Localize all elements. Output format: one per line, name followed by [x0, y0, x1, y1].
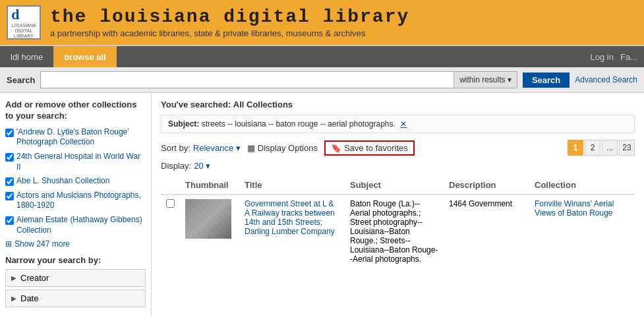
- site-header: d LOUISIANADIGITALLIBRARY the louisiana …: [0, 0, 644, 46]
- nav-extra: Fa...: [620, 52, 637, 62]
- facet-date-label: Date: [20, 293, 38, 303]
- site-subtitle: a partnership with academic libraries, s…: [50, 28, 409, 38]
- collection-checkbox-3[interactable]: [5, 192, 14, 200]
- facet-creator[interactable]: ▶ Creator: [5, 269, 146, 287]
- collection-label-4[interactable]: Aleman Estate (Hathaway Gibbens) Collect…: [16, 215, 146, 235]
- col-header-subject: Subject: [345, 176, 444, 195]
- show-more-button[interactable]: ⊞ Show 247 more: [5, 239, 146, 249]
- list-item: Aleman Estate (Hathaway Gibbens) Collect…: [5, 215, 146, 235]
- result-checkbox[interactable]: [166, 199, 175, 208]
- collection-checkbox-0[interactable]: [5, 129, 14, 137]
- result-title-cell: Government Street at L & A Railway track…: [239, 195, 345, 268]
- list-item: Abe L. Shushan Collection: [5, 176, 146, 187]
- active-filter: Subject: streets -- louisiana -- baton r…: [161, 115, 635, 133]
- nav-login[interactable]: Log in: [591, 52, 614, 62]
- result-description-cell: 1464 Government: [444, 195, 529, 268]
- page-button-2[interactable]: 2: [585, 140, 600, 156]
- result-collection-cell: Fonville Winans' Aerial Views of Baton R…: [529, 195, 635, 268]
- table-row: Government Street at L & A Railway track…: [161, 195, 635, 268]
- page-button-1[interactable]: 1: [568, 140, 583, 156]
- collection-checkbox-2[interactable]: [5, 177, 14, 186]
- toolbar: Sort by: Relevance ▾ ▦ Display Options 🔖…: [161, 140, 635, 156]
- page-button-ellipsis: ...: [602, 140, 618, 156]
- grid-icon: ▦: [247, 143, 255, 153]
- display-count-selector[interactable]: 20 ▾: [194, 161, 210, 171]
- facet-date[interactable]: ▶ Date: [5, 289, 146, 307]
- sidebar-collections-title: Add or remove other collectionsto your s…: [5, 100, 146, 122]
- header-text: the louisiana digital library a partners…: [50, 7, 409, 38]
- plus-icon: ⊞: [5, 239, 12, 249]
- result-collection-link[interactable]: Fonville Winans' Aerial Views of Baton R…: [535, 199, 614, 218]
- search-summary: You've searched: All Collections: [161, 100, 635, 109]
- search-button[interactable]: Search: [523, 73, 570, 88]
- result-subject-cell: Baton Rouge (La.)--Aerial photographs.; …: [345, 195, 444, 268]
- list-item: 24th General Hospital in World War II: [5, 152, 146, 172]
- nav-ldl-home[interactable]: ldl home: [0, 46, 53, 67]
- collection-checkbox-1[interactable]: [5, 153, 14, 162]
- col-header-description: Description: [444, 176, 529, 195]
- pagination: 1 2 ... 23: [568, 140, 635, 156]
- content-area: You've searched: All Collections Subject…: [152, 93, 644, 316]
- col-header-collection: Collection: [529, 176, 635, 195]
- collection-checkbox-4[interactable]: [5, 216, 14, 225]
- navbar: ldl home browse all Log in Fa...: [0, 46, 644, 67]
- main-layout: Add or remove other collectionsto your s…: [0, 93, 644, 316]
- chevron-right-icon: ▶: [11, 295, 16, 302]
- col-header-thumbnail: Thumbnail: [180, 176, 239, 195]
- collection-label-0[interactable]: 'Andrew D. Lytle's Baton Rouge' Photogra…: [16, 127, 146, 148]
- facet-creator-label: Creator: [20, 273, 49, 283]
- display-options-button[interactable]: ▦ Display Options: [247, 143, 318, 153]
- page-button-23[interactable]: 23: [619, 140, 635, 156]
- site-logo[interactable]: d LOUISIANADIGITALLIBRARY: [7, 5, 41, 40]
- result-description: 1464 Government: [449, 199, 512, 208]
- result-thumbnail[interactable]: [185, 199, 231, 239]
- result-title-link[interactable]: Government Street at L & A Railway track…: [245, 199, 335, 236]
- filter-value: streets -- louisiana -- baton rouge -- a…: [202, 119, 395, 129]
- list-item: 'Andrew D. Lytle's Baton Rouge' Photogra…: [5, 127, 146, 148]
- advanced-search-link[interactable]: Advanced Search: [575, 75, 637, 84]
- result-subject: Baton Rouge (La.)--Aerial photographs.; …: [350, 199, 438, 264]
- sidebar: Add or remove other collectionsto your s…: [0, 93, 152, 316]
- search-input[interactable]: [41, 72, 454, 88]
- col-header-title: Title: [239, 176, 345, 195]
- within-results-button[interactable]: within results ▾: [454, 72, 517, 88]
- collection-name: All Collections: [233, 100, 293, 109]
- display-count: Display: 20 ▾: [161, 161, 635, 171]
- bookmark-icon: 🔖: [331, 143, 341, 153]
- list-item: Actors and Musicians Photographs, 1880-1…: [5, 191, 146, 211]
- results-table: Thumbnail Title Subject Description Coll…: [161, 176, 635, 268]
- remove-filter-button[interactable]: ✕: [400, 119, 407, 129]
- search-input-wrap: within results ▾: [40, 71, 517, 88]
- sort-by: Sort by: Relevance ▾: [161, 143, 241, 153]
- nav-right: Log in Fa...: [591, 52, 644, 62]
- logo-subtitle: LOUISIANADIGITALLIBRARY: [11, 23, 36, 38]
- collection-label-2[interactable]: Abe L. Shushan Collection: [16, 176, 109, 187]
- col-header-check: [161, 176, 180, 195]
- save-to-favorites-button[interactable]: 🔖 Save to favorites: [324, 140, 415, 156]
- search-bar: Search within results ▾ Search Advanced …: [0, 67, 644, 93]
- collection-label-1[interactable]: 24th General Hospital in World War II: [16, 152, 146, 172]
- collection-label-3[interactable]: Actors and Musicians Photographs, 1880-1…: [16, 191, 146, 211]
- narrow-by-label: Narrow your search by:: [5, 255, 146, 265]
- search-label: Search: [7, 75, 35, 85]
- site-title: the louisiana digital library: [50, 7, 409, 27]
- chevron-right-icon: ▶: [11, 274, 16, 282]
- sort-label: Sort by:: [161, 143, 190, 153]
- result-checkbox-cell: [161, 195, 180, 268]
- result-thumbnail-cell: [180, 195, 239, 268]
- nav-browse-all[interactable]: browse all: [53, 46, 117, 67]
- sort-relevance-button[interactable]: Relevance ▾: [193, 143, 241, 153]
- filter-label: Subject:: [168, 119, 199, 129]
- logo-letter: d: [11, 6, 36, 23]
